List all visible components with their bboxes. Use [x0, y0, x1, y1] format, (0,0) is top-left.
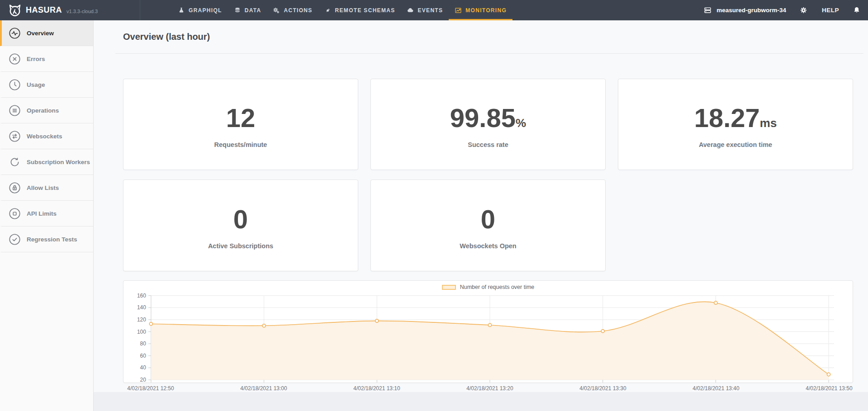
- sidebar-item-label: Subscription Workers: [27, 159, 90, 165]
- x-axis-label: 4/02/18/2021 13:10: [353, 385, 400, 392]
- nav-item-remote-schemas[interactable]: REMOTE SCHEMAS: [318, 0, 401, 20]
- svg-text:60: 60: [140, 353, 147, 359]
- stat-label: Requests/minute: [214, 141, 267, 148]
- plug-icon: [324, 7, 332, 14]
- x-axis-label: 4/02/18/2021 13:30: [579, 385, 626, 392]
- list-circle-icon: [9, 104, 21, 117]
- sidebar-item-subscription-workers[interactable]: Subscription Workers: [0, 149, 93, 175]
- stat-card-active-subscriptions: 0 Active Subscriptions: [123, 180, 358, 271]
- sidebar-item-websockets[interactable]: Websockets: [0, 123, 93, 149]
- data-point[interactable]: [375, 319, 379, 322]
- version-label: v1.3.3-cloud.3: [66, 9, 98, 14]
- activity-icon: [9, 27, 21, 39]
- nav-item-data[interactable]: DATA: [228, 0, 267, 20]
- x-axis-label: 4/02/18/2021 13:50: [806, 385, 852, 392]
- x-axis-label: 4/02/18/2021 13:00: [240, 385, 287, 392]
- sidebar-item-overview[interactable]: Overview: [0, 20, 93, 46]
- nav-item-label: REMOTE SCHEMAS: [335, 7, 395, 14]
- stat-label: Websockets Open: [460, 242, 516, 250]
- sidebar-item-label: Regression Tests: [27, 236, 77, 243]
- nav-item-label: MONITORING: [465, 7, 507, 14]
- hasura-monitoring-app: HASURA v1.3.3-cloud.3 GRAPHIQL DATA ACTI…: [0, 0, 868, 411]
- top-navbar: HASURA v1.3.3-cloud.3 GRAPHIQL DATA ACTI…: [0, 0, 868, 20]
- data-point[interactable]: [262, 324, 266, 327]
- legend-swatch: [442, 285, 456, 290]
- title-divider: [115, 53, 863, 54]
- data-point[interactable]: [714, 301, 717, 304]
- stat-card-average-execution-time: 18.27ms Average execution time: [618, 79, 853, 170]
- gears-icon: [273, 7, 280, 14]
- svg-text:40: 40: [140, 364, 147, 371]
- error-circle-icon: [9, 53, 21, 65]
- hasura-logo-icon: [8, 4, 22, 17]
- requests-chart-card: Number of requests over time 20406080100…: [123, 280, 853, 383]
- stat-label: Active Subscriptions: [208, 242, 273, 250]
- clock-icon: [9, 79, 21, 91]
- sidebar-item-label: Usage: [27, 81, 45, 88]
- stat-card-websockets-open: 0 Websockets Open: [370, 180, 606, 271]
- sidebar-item-label: Allow Lists: [27, 184, 59, 191]
- sidebar-item-label: Overview: [27, 30, 54, 37]
- main-content: Overview (last hour) 12 Requests/minute …: [94, 20, 868, 411]
- stat-value: 18.27ms: [694, 105, 777, 131]
- svg-text:20: 20: [140, 377, 147, 383]
- chart-x-axis-labels: 4/02/18/2021 12:50 4/02/18/2021 13:00 4/…: [123, 385, 853, 392]
- legend-label: Number of requests over time: [460, 284, 535, 290]
- project-name: measured-grubworm-34: [716, 7, 786, 14]
- sidebar-item-label: Errors: [27, 56, 45, 62]
- stat-card-requests-per-minute: 12 Requests/minute: [123, 79, 358, 170]
- stat-value: 0: [233, 206, 248, 232]
- stat-card-success-rate: 99.85% Success rate: [370, 79, 606, 170]
- nav-item-label: DATA: [245, 7, 261, 14]
- sidebar-item-label: API Limits: [27, 210, 57, 217]
- cloud-icon: [407, 7, 414, 14]
- sidebar-item-operations[interactable]: Operations: [0, 98, 93, 123]
- database-icon: [234, 7, 241, 14]
- nav-item-monitoring[interactable]: MONITORING: [449, 0, 512, 20]
- page-title: Overview (last hour): [123, 32, 210, 42]
- navbar-right: measured-grubworm-34 HELP: [703, 0, 861, 20]
- sidebar: Overview Errors Usage Operations Websock…: [0, 20, 94, 411]
- svg-text:140: 140: [137, 304, 146, 311]
- chart-line-icon: [455, 7, 462, 14]
- chart-legend: Number of requests over time: [123, 284, 853, 290]
- nav-item-events[interactable]: EVENTS: [401, 0, 449, 20]
- sidebar-item-usage[interactable]: Usage: [0, 72, 93, 98]
- project-selector[interactable]: measured-grubworm-34: [703, 5, 786, 15]
- nav-item-actions[interactable]: ACTIONS: [267, 0, 318, 20]
- sidebar-item-regression-tests[interactable]: Regression Tests: [0, 227, 93, 252]
- sidebar-item-label: Operations: [27, 107, 59, 114]
- sidebar-item-errors[interactable]: Errors: [0, 46, 93, 72]
- sidebar-item-api-limits[interactable]: API Limits: [0, 201, 93, 227]
- data-point[interactable]: [488, 323, 491, 326]
- brand-name: HASURA: [26, 5, 62, 15]
- help-button[interactable]: HELP: [822, 7, 839, 14]
- x-axis-label: 4/02/18/2021 13:40: [693, 385, 739, 392]
- nav-item-label: ACTIONS: [284, 7, 312, 14]
- stat-value: 0: [481, 206, 495, 232]
- svg-text:160: 160: [137, 293, 146, 299]
- bottom-strip: [94, 392, 868, 411]
- gear-icon: [800, 6, 807, 14]
- nav-menu: GRAPHIQL DATA ACTIONS REMOTE SCHEMAS EVE…: [172, 0, 512, 20]
- svg-text:120: 120: [137, 317, 146, 323]
- data-point[interactable]: [149, 322, 152, 326]
- stat-value: 12: [226, 105, 256, 131]
- check-circle-icon: [9, 233, 21, 246]
- x-axis-label: 4/02/18/2021 13:20: [466, 385, 513, 392]
- requests-chart-svg[interactable]: 20406080100120140160: [123, 281, 853, 383]
- nav-item-label: EVENTS: [417, 7, 443, 14]
- exchange-circle-icon: [9, 130, 21, 142]
- flask-icon: [178, 7, 185, 14]
- brand-area[interactable]: HASURA v1.3.3-cloud.3: [0, 0, 140, 20]
- stat-value: 99.85%: [450, 105, 526, 131]
- data-point[interactable]: [827, 373, 830, 376]
- svg-text:80: 80: [140, 340, 147, 347]
- settings-button[interactable]: [800, 6, 807, 14]
- data-point[interactable]: [601, 330, 604, 333]
- nav-item-graphiql[interactable]: GRAPHIQL: [172, 0, 228, 20]
- sidebar-item-allow-lists[interactable]: Allow Lists: [0, 175, 93, 201]
- lock-circle-icon: [9, 182, 21, 194]
- server-icon: [703, 5, 712, 15]
- notifications-button[interactable]: [853, 6, 861, 14]
